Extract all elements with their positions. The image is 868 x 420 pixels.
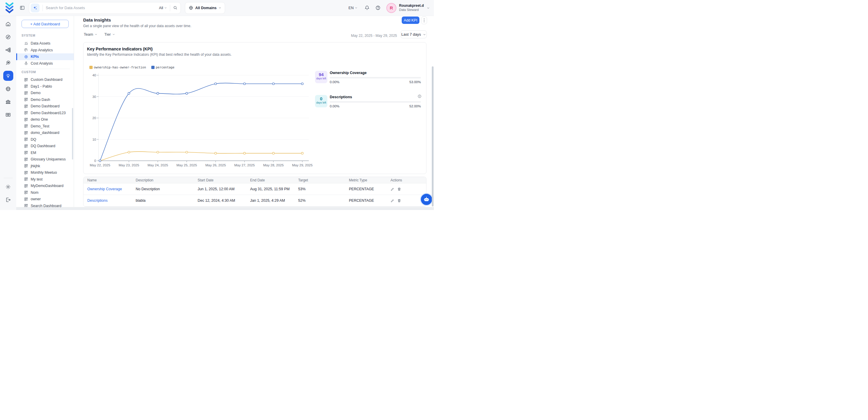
legend-item-percentage[interactable]: percentage [151, 65, 174, 69]
days-left-badge: 0days left [315, 95, 328, 107]
sidebar-item-label: domo_dashboard [31, 131, 59, 135]
chevron-down-icon [112, 33, 115, 36]
sidebar-item-custom-dashboard[interactable]: DQ [16, 136, 74, 143]
dashboard-icon [24, 177, 28, 181]
rail-insights-icon[interactable] [3, 71, 13, 81]
search-scope-dropdown[interactable]: All [159, 6, 167, 10]
svg-text:May 27, 2025: May 27, 2025 [234, 163, 255, 167]
rail-glossary-icon[interactable] [3, 110, 13, 120]
col-header-description[interactable]: Description [136, 178, 197, 182]
sidebar-item-custom-dashboard[interactable]: Custom Dashboard [16, 77, 74, 83]
dashboard-icon [24, 144, 28, 148]
sidebar-item-custom-dashboard[interactable]: jhkjhk [16, 163, 74, 170]
edit-icon[interactable] [391, 199, 394, 203]
edit-icon[interactable] [391, 187, 394, 191]
info-icon[interactable] [417, 94, 422, 98]
sidebar-item-custom-dashboard[interactable]: Glossary Uniqueness [16, 156, 74, 163]
team-filter-dropdown[interactable]: Team [84, 32, 97, 36]
sidebar-item-custom-dashboard[interactable]: domo_dashboard [16, 129, 74, 136]
sidebar-item-data-assets[interactable]: Data Assets [16, 40, 74, 47]
kebab-menu-button[interactable] [421, 17, 427, 24]
sidebar-toggle-icon[interactable] [20, 5, 25, 10]
sidebar-item-app-analytics[interactable]: App Analytics [16, 47, 74, 54]
icon-rail [0, 16, 16, 210]
sidebar-item-custom-dashboard[interactable]: My test [16, 176, 74, 183]
rail-discovery-icon[interactable] [3, 58, 13, 68]
user-avatar[interactable]: R [386, 3, 396, 13]
notifications-bell-icon[interactable] [365, 5, 370, 10]
ai-sparkle-icon[interactable] [31, 3, 39, 12]
sidebar-item-label: DQ [31, 138, 36, 142]
date-range-text: May 22, 2025 - May 29, 2025 [348, 34, 397, 38]
user-name: Rounakpreet.d [399, 3, 424, 8]
page-title: Data Insights [83, 18, 111, 22]
rail-home-icon[interactable] [3, 19, 13, 29]
user-role: Data Steward [399, 8, 424, 12]
col-header-target[interactable]: Target [298, 178, 349, 182]
delete-icon[interactable] [397, 187, 401, 191]
chevron-down-icon[interactable] [427, 6, 430, 9]
kpi-card-subtitle: Identify the Key Performance Indicators … [87, 53, 231, 57]
sidebar-item-custom-dashboard[interactable]: demo One [16, 116, 74, 123]
language-dropdown[interactable]: EN [349, 6, 358, 10]
add-dashboard-button[interactable]: + Add Dashboard [22, 20, 69, 28]
page-subtitle: Get a single pane view of the health of … [83, 24, 191, 28]
legend-item-ownership[interactable]: ownership-has-owner-fraction [89, 65, 146, 69]
chevron-down-icon [219, 6, 221, 9]
rail-domains-icon[interactable] [3, 84, 13, 94]
rail-workflow-icon[interactable] [3, 45, 13, 55]
range-selector-dropdown[interactable]: Last 7 days [401, 30, 427, 38]
rail-governance-icon[interactable] [3, 97, 13, 107]
sidebar-item-label: Demo Dashboard [31, 104, 60, 108]
sidebar-scrollbar[interactable] [72, 108, 73, 159]
rail-logout-icon[interactable] [3, 195, 13, 205]
app-logo-icon[interactable] [5, 2, 14, 13]
custom-dashboards-list: Custom Dashboard Day1 - Pablo Demo Demo … [16, 77, 74, 209]
sidebar-item-cost-analysis[interactable]: Cost Analysis [16, 60, 74, 67]
sidebar-item-custom-dashboard[interactable]: Demo [16, 90, 74, 96]
sidebar-item-custom-dashboard[interactable]: Demo Dashboard123 [16, 110, 74, 117]
kpi-name-link[interactable]: Ownership Coverage [87, 187, 122, 191]
add-kpi-button[interactable]: Add KPI [402, 17, 420, 24]
sidebar-item-label: Glossary Uniqueness [31, 157, 66, 161]
col-header-metric-type[interactable]: Metric Type [349, 178, 391, 182]
search-icon[interactable] [173, 6, 178, 10]
rail-settings-icon[interactable] [3, 182, 13, 192]
sidebar-item-custom-dashboard[interactable]: owner [16, 196, 74, 203]
sidebar-item-custom-dashboard[interactable]: DQ Dashboard [16, 143, 74, 150]
dashboard-icon [24, 84, 28, 88]
chatbot-button[interactable] [420, 193, 433, 206]
col-header-start-date[interactable]: Start Date [197, 178, 250, 182]
kpi-card-title: Key Performance Indicators (KPI) [87, 47, 153, 51]
dashboard-icon [24, 157, 28, 161]
kpi-name-link[interactable]: Descriptions [87, 199, 107, 203]
section-label-custom: CUSTOM [22, 70, 36, 74]
divider [20, 69, 70, 69]
sidebar-item-custom-dashboard[interactable]: Monthly Meetuo [16, 169, 74, 176]
tier-filter-dropdown[interactable]: Tier [104, 32, 115, 36]
search-input[interactable]: Search for Data Assets All [29, 2, 181, 14]
app-analytics-icon [24, 48, 28, 52]
dashboard-icon [24, 138, 28, 141]
sidebar-item-label: DQ Dashboard [31, 144, 55, 148]
stat-current-value: 0.00% [330, 104, 339, 108]
help-icon[interactable] [375, 5, 380, 10]
sidebar-item-custom-dashboard[interactable]: Day1 - Pablo [16, 83, 74, 90]
page-scrollbar[interactable] [432, 66, 434, 206]
domains-dropdown[interactable]: All Domains [185, 2, 225, 14]
sidebar-item-custom-dashboard[interactable]: Demo Dashboard [16, 103, 74, 110]
sidebar-item-custom-dashboard[interactable]: MyDemoDashboard [16, 183, 74, 189]
col-header-end-date[interactable]: End Date [250, 178, 298, 182]
user-info[interactable]: Rounakpreet.d Data Steward [399, 3, 424, 12]
col-header-name[interactable]: Name [87, 178, 136, 182]
svg-text:May 24, 2025: May 24, 2025 [148, 163, 168, 167]
sidebar-item-custom-dashboard[interactable]: Demo Dash [16, 96, 74, 103]
kpis-icon [24, 55, 28, 59]
rail-compass-icon[interactable] [3, 32, 13, 42]
sidebar-item-custom-dashboard[interactable]: EM [16, 150, 74, 156]
delete-icon[interactable] [397, 199, 401, 203]
sidebar-item-custom-dashboard[interactable]: Nom [16, 189, 74, 196]
sidebar-item-custom-dashboard[interactable]: Demo_Test [16, 123, 74, 130]
data-assets-icon [24, 41, 28, 46]
sidebar-item-kpis[interactable]: KPIs [16, 53, 74, 60]
